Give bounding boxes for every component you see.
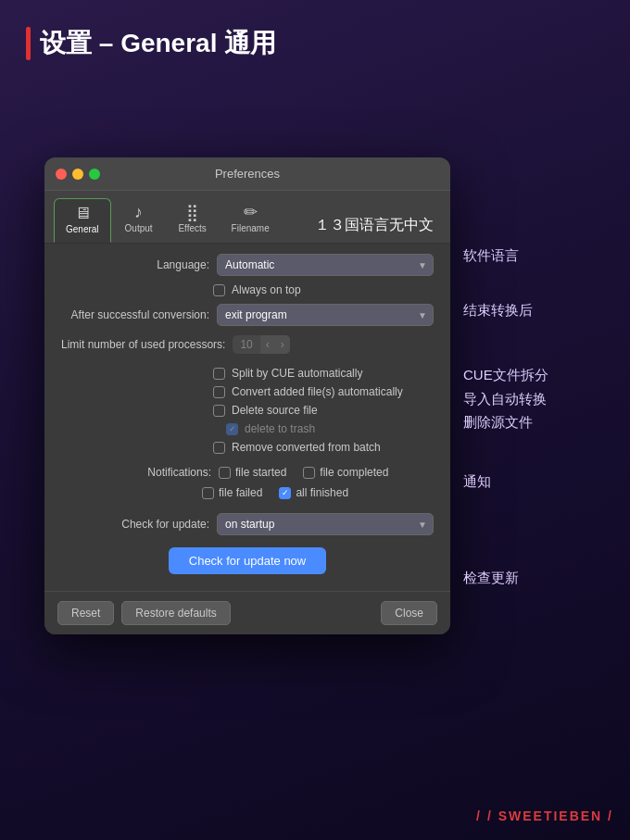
split-cue-label: Split by CUE automatically (232, 367, 362, 380)
remove-batch-checkbox[interactable] (213, 442, 225, 454)
settings-content: Language: Automatic English ▼ Always on … (44, 244, 450, 591)
delete-source-row: Delete source file (44, 401, 450, 420)
notifications-items: file started file completed (219, 466, 388, 479)
close-button[interactable]: Close (381, 601, 437, 625)
reset-button[interactable]: Reset (57, 601, 114, 625)
notif-completed: file completed (303, 466, 388, 479)
processor-increment[interactable]: › (275, 335, 290, 354)
convert-auto-label: Convert added file(s) automatically (232, 385, 403, 398)
after-conv-row: After successful conversion: exit progra… (44, 299, 450, 331)
delete-trash-label: delete to trash (245, 422, 315, 435)
notif-all-finished-checkbox[interactable] (279, 487, 291, 499)
tab-general[interactable]: 🖥 General (54, 198, 111, 243)
after-conv-select-wrapper: exit program do nothing ▼ (217, 304, 434, 326)
after-conv-label: After successful conversion: (61, 308, 209, 321)
notif-failed-checkbox[interactable] (202, 487, 214, 499)
delete-source-checkbox[interactable] (213, 405, 225, 417)
delete-source-label: Delete source file (232, 404, 318, 417)
tab-effects[interactable]: ⣿ Effects (167, 198, 219, 243)
traffic-lights (56, 169, 100, 180)
language-select-wrapper: Automatic English ▼ (217, 254, 434, 276)
check-update-label: Check for update: (61, 518, 209, 531)
notif-started-label: file started (235, 466, 286, 479)
processor-decrement[interactable]: ‹ (260, 335, 275, 354)
effects-icon: ⣿ (186, 204, 198, 220)
tab-filename[interactable]: ✏ Filename (220, 198, 281, 243)
cue-side-note: CUE文件拆分 导入自动转换 删除源文件 (463, 363, 548, 434)
processor-value: 10 (233, 335, 259, 354)
close-traffic-light[interactable] (56, 169, 67, 180)
notif-started-checkbox[interactable] (219, 467, 231, 479)
processor-stepper: 10 ‹ › (233, 335, 289, 354)
split-cue-checkbox[interactable] (213, 368, 225, 380)
processor-row: Limit number of used processors: 10 ‹ › (44, 331, 450, 358)
check-update-select[interactable]: on startup never daily (217, 513, 434, 535)
lang-side-note: 软件语言 (463, 245, 548, 267)
notif-completed-checkbox[interactable] (303, 467, 315, 479)
check-update-button[interactable]: Check for update now (169, 547, 326, 574)
notif-all-finished: all finished (279, 486, 348, 499)
update-side-note: 检查更新 (463, 568, 548, 589)
remove-batch-label: Remove converted from batch (232, 441, 381, 454)
preferences-window: Preferences 🖥 General ♪ Output ⣿ Effects… (44, 157, 450, 634)
conv-side-note: 结束转换后 (463, 300, 548, 321)
notif-started: file started (219, 466, 286, 479)
notif-failed: file failed (202, 486, 262, 499)
titlebar: Preferences (44, 157, 450, 191)
tab-general-label: General (66, 224, 99, 234)
tab-filename-label: Filename (232, 223, 270, 233)
page-title: 设置 – General 通用 (26, 26, 276, 61)
filename-icon: ✏ (244, 204, 258, 220)
output-icon: ♪ (134, 204, 143, 220)
toolbar: 🖥 General ♪ Output ⣿ Effects ✏ Filename … (44, 191, 450, 244)
notif-all-finished-label: all finished (296, 486, 348, 499)
minimize-traffic-light[interactable] (72, 169, 83, 180)
delete-trash-row: delete to trash (44, 420, 450, 438)
restore-defaults-button[interactable]: Restore defaults (121, 601, 230, 625)
processor-label: Limit number of used processors: (61, 338, 225, 351)
side-notes: 软件语言 结束转换后 CUE文件拆分 导入自动转换 删除源文件 通知 检查更新 (463, 245, 548, 589)
tab-output-label: Output (125, 223, 153, 233)
watermark-slashes: / (476, 809, 487, 823)
after-conv-select[interactable]: exit program do nothing (217, 304, 434, 326)
window-title: Preferences (215, 167, 280, 181)
notif-completed-label: file completed (320, 466, 388, 479)
title-accent (26, 27, 31, 60)
notifications-row: Notifications: file started file complet… (44, 462, 450, 483)
notifications-row-2: file failed all finished (44, 483, 450, 503)
convert-auto-checkbox[interactable] (213, 386, 225, 398)
language-label: Language: (61, 258, 209, 271)
notifications-label: Notifications: (61, 466, 211, 479)
notifications-items-2: file failed all finished (202, 486, 348, 499)
language-row: Language: Automatic English ▼ (44, 249, 450, 281)
tab-effects-label: Effects (178, 223, 206, 233)
always-on-top-label: Always on top (232, 283, 301, 296)
watermark-text: / SWEETIEBEN / (487, 809, 613, 823)
watermark: / / SWEETIEBEN / (476, 809, 613, 823)
convert-auto-row: Convert added file(s) automatically (44, 382, 450, 401)
check-update-select-wrapper: on startup never daily ▼ (217, 513, 434, 535)
notif-failed-label: file failed (219, 486, 262, 499)
maximize-traffic-light[interactable] (89, 169, 100, 180)
tab-output[interactable]: ♪ Output (113, 198, 165, 243)
split-cue-row: Split by CUE automatically (44, 364, 450, 382)
footer-left-buttons: Reset Restore defaults (57, 601, 231, 625)
always-on-top-checkbox[interactable] (213, 284, 225, 296)
language-select[interactable]: Automatic English (217, 254, 434, 276)
notif-side-note: 通知 (463, 471, 548, 493)
chinese-subtitle: １３国语言无中文 (315, 216, 434, 235)
general-icon: 🖥 (74, 205, 91, 221)
footer: Reset Restore defaults Close (44, 591, 450, 634)
delete-trash-checkbox[interactable] (226, 423, 238, 435)
update-btn-row: Check for update now (44, 540, 450, 578)
check-update-row: Check for update: on startup never daily… (44, 508, 450, 540)
remove-batch-row: Remove converted from batch (44, 438, 450, 457)
always-on-top-row: Always on top (44, 281, 450, 299)
